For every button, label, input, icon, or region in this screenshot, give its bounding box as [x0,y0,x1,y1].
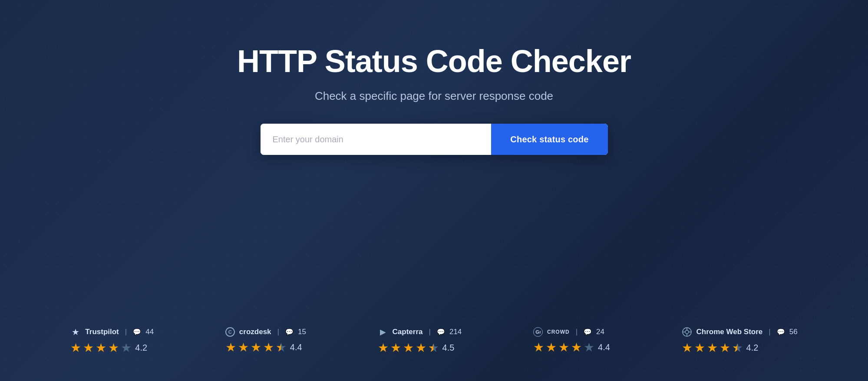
crozdesk-review-count: 15 [298,328,306,336]
chrome-score: 4.2 [746,343,759,353]
rating-header-g2crowd: G2 CROWD | 💬 24 [533,327,604,337]
rating-trustpilot: ★ Trustpilot | 💬 44 ★ ★ ★ ★ ★ 4.2 [70,327,154,355]
comment-icon-chrome: 💬 [777,328,785,336]
comment-icon-crozdesk: 💬 [285,328,294,336]
crozdesk-name: crozdesk [239,328,271,336]
capterra-icon: ▶ [378,327,388,337]
check-status-button[interactable]: Check status code [491,124,607,155]
comment-icon-g2crowd: 💬 [584,328,592,336]
trustpilot-review-count: 44 [145,328,154,336]
crozdesk-stars: ★ ★ ★ ★ ★★ 4.4 [225,340,302,355]
trustpilot-icon: ★ [70,327,81,337]
crozdesk-icon: C [225,327,235,337]
svg-rect-3 [686,334,687,336]
half-star: ★★ [428,341,439,355]
rating-capterra: ▶ Capterra | 💬 214 ★ ★ ★ ★ ★★ 4.5 [378,327,462,355]
trustpilot-stars: ★ ★ ★ ★ ★ 4.2 [70,341,147,355]
hero-section: HTTP Status Code Checker Check a specifi… [0,0,868,155]
capterra-stars: ★ ★ ★ ★ ★★ 4.5 [378,341,455,355]
svg-rect-2 [686,328,687,330]
rating-header-chrome: Chrome Web Store | 💬 56 [682,327,798,337]
rating-header-crozdesk: C crozdesk | 💬 15 [225,327,306,337]
chrome-stars: ★ ★ ★ ★ ★★ 4.2 [682,341,759,355]
rating-crozdesk: C crozdesk | 💬 15 ★ ★ ★ ★ ★★ 4.4 [225,327,306,355]
svg-rect-5 [689,332,691,332]
trustpilot-score: 4.2 [135,343,147,353]
domain-input[interactable] [261,124,492,155]
rating-header-capterra: ▶ Capterra | 💬 214 [378,327,462,337]
capterra-review-count: 214 [449,328,462,336]
crozdesk-score: 4.4 [290,342,302,352]
search-container: Check status code [261,124,608,155]
half-star: ★★ [276,340,287,355]
chrome-review-count: 56 [789,328,798,336]
trustpilot-name: Trustpilot [85,328,119,336]
capterra-name: Capterra [393,328,423,336]
svg-rect-4 [683,332,685,332]
g2crowd-name: CROWD [547,329,570,335]
half-star: ★★ [732,341,743,355]
ratings-section: ★ Trustpilot | 💬 44 ★ ★ ★ ★ ★ 4.2 C croz… [0,327,868,355]
page-title: HTTP Status Code Checker [237,43,631,79]
chrome-web-store-name: Chrome Web Store [696,328,763,336]
rating-g2crowd: G2 CROWD | 💬 24 ★ ★ ★ ★ ★ 4.4 [533,327,610,355]
g2crowd-icon: G2 [533,327,543,337]
comment-icon-capterra: 💬 [437,328,445,336]
g2crowd-review-count: 24 [596,328,604,336]
svg-point-1 [685,330,689,334]
comment-icon-trustpilot: 💬 [133,328,141,336]
rating-header-trustpilot: ★ Trustpilot | 💬 44 [70,327,154,337]
page-subtitle: Check a specific page for server respons… [315,89,553,103]
g2crowd-stars: ★ ★ ★ ★ ★ 4.4 [533,340,610,355]
g2crowd-score: 4.4 [598,342,610,352]
rating-chrome-web-store: Chrome Web Store | 💬 56 ★ ★ ★ ★ ★★ 4.2 [682,327,798,355]
chrome-icon [682,327,692,337]
capterra-score: 4.5 [442,343,455,353]
